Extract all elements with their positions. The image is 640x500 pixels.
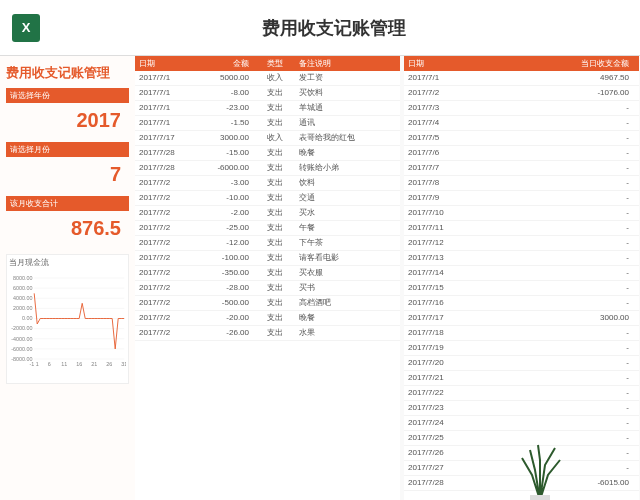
svg-text:6: 6 xyxy=(48,361,51,367)
table-row[interactable]: 2017/7/9- xyxy=(404,191,639,206)
table-row[interactable]: 2017/7/7- xyxy=(404,161,639,176)
table-row[interactable]: 2017/7/2-26.00支出水果 xyxy=(135,326,400,341)
table-row[interactable]: 2017/7/2-100.00支出请客看电影 xyxy=(135,251,400,266)
svg-text:26: 26 xyxy=(106,361,112,367)
transactions-header: 日期 金额 类型 备注说明 xyxy=(135,56,400,71)
table-row[interactable]: 2017/7/24- xyxy=(404,416,639,431)
table-row[interactable]: 2017/7/2-25.00支出午餐 xyxy=(135,221,400,236)
table-row[interactable]: 2017/7/16- xyxy=(404,296,639,311)
svg-text:6000.00: 6000.00 xyxy=(13,285,32,291)
table-row[interactable]: 2017/7/1-23.00支出羊城通 xyxy=(135,101,400,116)
svg-text:0.00: 0.00 xyxy=(22,315,32,321)
excel-icon: X xyxy=(12,14,40,42)
table-row[interactable]: 2017/7/2-2.00支出买水 xyxy=(135,206,400,221)
table-row[interactable]: 2017/7/13- xyxy=(404,251,639,266)
table-row[interactable]: 2017/7/14967.50 xyxy=(404,71,639,86)
svg-text:-1  1: -1 1 xyxy=(30,361,39,367)
hdr-amount: 金额 xyxy=(195,58,255,69)
table-row[interactable]: 2017/7/14- xyxy=(404,266,639,281)
transactions-table: 日期 金额 类型 备注说明 2017/7/15000.00收入发工资2017/7… xyxy=(135,56,400,500)
table-row[interactable]: 2017/7/23- xyxy=(404,401,639,416)
table-row[interactable]: 2017/7/18- xyxy=(404,326,639,341)
table-row[interactable]: 2017/7/12- xyxy=(404,236,639,251)
hdr-date2: 日期 xyxy=(404,58,484,69)
table-row[interactable]: 2017/7/1-1.50支出通讯 xyxy=(135,116,400,131)
hdr-note: 备注说明 xyxy=(295,58,400,69)
table-row[interactable]: 2017/7/27- xyxy=(404,461,639,476)
svg-text:-6000.00: -6000.00 xyxy=(11,346,32,352)
hdr-type: 类型 xyxy=(255,58,295,69)
table-row[interactable]: 2017/7/25- xyxy=(404,431,639,446)
table-row[interactable]: 2017/7/22- xyxy=(404,386,639,401)
table-row[interactable]: 2017/7/28-15.00支出晚餐 xyxy=(135,146,400,161)
table-row[interactable]: 2017/7/2-500.00支出高档酒吧 xyxy=(135,296,400,311)
svg-text:-2000.00: -2000.00 xyxy=(11,325,32,331)
table-row[interactable]: 2017/7/20- xyxy=(404,356,639,371)
table-row[interactable]: 2017/7/21- xyxy=(404,371,639,386)
table-row[interactable]: 2017/7/5- xyxy=(404,131,639,146)
table-row[interactable]: 2017/7/2-28.00支出买书 xyxy=(135,281,400,296)
month-label: 请选择月份 xyxy=(6,142,129,157)
daily-balance-table: 日期 当日收支金额 2017/7/14967.502017/7/2-1076.0… xyxy=(404,56,639,500)
total-value: 876.5 xyxy=(6,211,129,246)
hdr-balance: 当日收支金额 xyxy=(484,58,639,69)
svg-text:2000.00: 2000.00 xyxy=(13,305,32,311)
total-label: 该月收支合计 xyxy=(6,196,129,211)
svg-text:21: 21 xyxy=(91,361,97,367)
table-row[interactable]: 2017/7/2-3.00支出饮料 xyxy=(135,176,400,191)
month-value[interactable]: 7 xyxy=(6,157,129,192)
svg-text:4000.00: 4000.00 xyxy=(13,295,32,301)
table-row[interactable]: 2017/7/2-1076.00 xyxy=(404,86,639,101)
content-area: 费用收支记账管理 请选择年份 2017 请选择月份 7 该月收支合计 876.5… xyxy=(0,56,640,500)
table-row[interactable]: 2017/7/173000.00 xyxy=(404,311,639,326)
table-row[interactable]: 2017/7/28-6000.00支出转账给小弟 xyxy=(135,161,400,176)
svg-text:16: 16 xyxy=(76,361,82,367)
chart-svg: -8000.00-6000.00-4000.00-2000.000.002000… xyxy=(9,268,126,378)
svg-text:11: 11 xyxy=(61,361,67,367)
table-row[interactable]: 2017/7/1-8.00支出买饮料 xyxy=(135,86,400,101)
chart-title: 当月现金流 xyxy=(9,257,126,268)
year-label: 请选择年份 xyxy=(6,88,129,103)
table-row[interactable]: 2017/7/11- xyxy=(404,221,639,236)
svg-text:31: 31 xyxy=(121,361,126,367)
daily-header: 日期 当日收支金额 xyxy=(404,56,639,71)
panel-title: 费用收支记账管理 xyxy=(6,64,129,82)
table-row[interactable]: 2017/7/28-6015.00 xyxy=(404,476,639,491)
table-row[interactable]: 2017/7/26- xyxy=(404,446,639,461)
table-row[interactable]: 2017/7/10- xyxy=(404,206,639,221)
table-row[interactable]: 2017/7/3- xyxy=(404,101,639,116)
table-row[interactable]: 2017/7/173000.00收入表哥给我的红包 xyxy=(135,131,400,146)
table-row[interactable]: 2017/7/2-10.00支出交通 xyxy=(135,191,400,206)
svg-text:8000.00: 8000.00 xyxy=(13,275,32,281)
table-row[interactable]: 2017/7/2-20.00支出晚餐 xyxy=(135,311,400,326)
left-panel: 费用收支记账管理 请选择年份 2017 请选择月份 7 该月收支合计 876.5… xyxy=(0,56,135,500)
table-row[interactable]: 2017/7/6- xyxy=(404,146,639,161)
table-row[interactable]: 2017/7/19- xyxy=(404,341,639,356)
svg-text:-4000.00: -4000.00 xyxy=(11,336,32,342)
table-row[interactable]: 2017/7/4- xyxy=(404,116,639,131)
table-row[interactable]: 2017/7/15000.00收入发工资 xyxy=(135,71,400,86)
excel-icon-text: X xyxy=(22,20,31,35)
page-title: 费用收支记账管理 xyxy=(40,16,628,40)
table-row[interactable]: 2017/7/2-350.00支出买衣服 xyxy=(135,266,400,281)
table-row[interactable]: 2017/7/2-12.00支出下午茶 xyxy=(135,236,400,251)
cashflow-chart: 当月现金流 -8000.00-6000.00-4000.00-2000.000.… xyxy=(6,254,129,384)
table-row[interactable]: 2017/7/15- xyxy=(404,281,639,296)
year-value[interactable]: 2017 xyxy=(6,103,129,138)
hdr-date: 日期 xyxy=(135,58,195,69)
table-row[interactable]: 2017/7/8- xyxy=(404,176,639,191)
title-bar: X 费用收支记账管理 xyxy=(0,0,640,56)
